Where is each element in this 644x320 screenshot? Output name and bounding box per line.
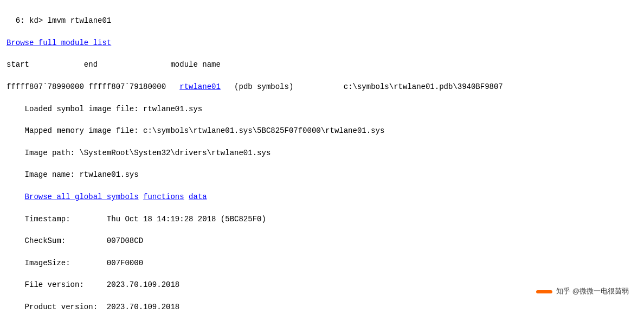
address-line-suffix: (pdb symbols) c:\symbols\rtwlane01.pdb\3… xyxy=(221,82,503,91)
header-line: start end module name xyxy=(7,60,221,69)
rtwlane01-link[interactable]: rtwlane01 xyxy=(179,82,221,91)
browse-full-module-link[interactable]: Browse full module list xyxy=(7,39,111,47)
image-path-line: Image path: \SystemRoot\System32\drivers… xyxy=(7,149,271,157)
mapped-line: Mapped memory image file: c:\symbols\rtw… xyxy=(7,126,384,135)
browse-line-prefix xyxy=(7,193,25,201)
watermark-bar xyxy=(536,290,552,293)
imagesize-line: ImageSize: 007F0000 xyxy=(7,259,143,267)
functions-link[interactable]: functions xyxy=(143,193,184,201)
watermark-text: 知乎 @微微一电很茵弱 xyxy=(556,287,629,295)
image-name-line: Image name: rtwlane01.sys xyxy=(7,170,139,179)
loaded-line: Loaded symbol image file: rtwlane01.sys xyxy=(7,105,202,113)
product-version-line: Product version: 2023.70.109.2018 xyxy=(7,303,179,311)
space1 xyxy=(139,193,143,201)
browse-all-global-link[interactable]: Browse all global symbols xyxy=(25,193,139,201)
address-line-prefix: fffff807`78990000 fffff807`79180000 xyxy=(7,82,179,91)
data-link[interactable]: data xyxy=(189,193,207,201)
command-line: 6: kd> lmvm rtwlane01 xyxy=(16,16,111,25)
checksum-line: CheckSum: 007D08CD xyxy=(7,236,143,245)
watermark: 知乎 @微微一电很茵弱 xyxy=(532,284,633,298)
space2 xyxy=(184,193,189,201)
timestamp-line: Timestamp: Thu Oct 18 14:19:28 2018 (5BC… xyxy=(7,215,266,223)
file-version-line: File version: 2023.70.109.2018 xyxy=(7,280,179,289)
